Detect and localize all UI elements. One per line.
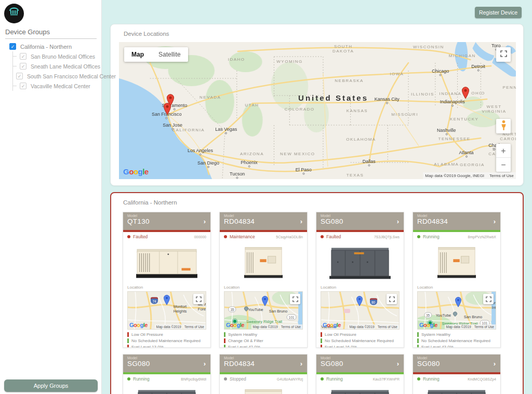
map-type-control: Map Satellite xyxy=(124,47,188,62)
device-card: ModelSG080›RunningBNRpc8qy6MdlLocation xyxy=(123,354,211,394)
minimap-fullscreen-button[interactable] xyxy=(193,294,204,304)
google-logo[interactable]: Google xyxy=(419,322,437,328)
google-logo[interactable]: Google xyxy=(129,322,148,328)
device-location-pin[interactable] xyxy=(164,103,171,117)
device-status-row: StoppedG4U8zAaNYRzj xyxy=(220,374,307,383)
minimap-fullscreen-button[interactable] xyxy=(290,294,300,304)
device-card-header[interactable]: ModelRD04834› xyxy=(220,355,307,372)
model-name: SG080 xyxy=(417,360,496,368)
status-color-bar xyxy=(417,338,419,343)
tree-children: ✓San Bruno Medical Offices✓Sneath Lane M… xyxy=(12,51,102,91)
route-shield: 35 xyxy=(228,306,236,312)
minimap-pin xyxy=(262,296,269,308)
device-minimap[interactable]: 35YouTubeSan BrunoSweeney Ridge Trail101… xyxy=(417,291,496,330)
status-text: Running xyxy=(423,234,440,239)
device-card: ModelSG080›Faulted7S3JBQTjLSwsLocation80… xyxy=(316,212,404,348)
model-name: SG080 xyxy=(321,360,400,368)
google-logo[interactable]: Google xyxy=(226,322,244,328)
status-color-bar xyxy=(127,332,129,337)
zoom-in-button[interactable]: + xyxy=(496,144,511,158)
street-view-pegman[interactable] xyxy=(496,119,511,133)
location-label: Location xyxy=(220,284,307,291)
app-logo xyxy=(4,4,24,23)
group-checkbox[interactable]: ✓ xyxy=(9,43,16,50)
terms-of-use-link[interactable]: Terms of Use xyxy=(489,173,514,178)
terms-of-use-link[interactable]: Terms of Use xyxy=(474,325,494,329)
chevron-right-icon: › xyxy=(204,360,206,368)
attribution-text: Map data ©2019 xyxy=(446,325,471,329)
google-map[interactable]: IDAHOWYOMINGSOUTH DAKOTAWISCONSINMICHIGA… xyxy=(119,42,516,179)
device-id: 8mpPVzNZRwbX xyxy=(468,235,496,239)
model-name: RD04834 xyxy=(224,360,303,368)
minimap-attribution: Map data ©2019Terms of Use xyxy=(445,324,496,329)
status-color-bar xyxy=(224,332,225,337)
device-locations-panel: Device Locations xyxy=(110,24,524,186)
panel-title: Device Locations xyxy=(124,31,169,37)
location-label: Location xyxy=(413,284,500,291)
status-text: Running xyxy=(423,376,440,382)
device-location-pin[interactable] xyxy=(461,87,469,101)
chevron-right-icon: › xyxy=(494,360,496,368)
device-status-row: RunningKau37fFXWnPR xyxy=(316,374,404,383)
device-status-list: System HealthyNo Scheduled Maintenance R… xyxy=(413,330,500,348)
minimap-label: YouTube xyxy=(248,307,263,311)
device-card-header[interactable]: ModelSG080› xyxy=(413,355,500,372)
generator-image xyxy=(123,240,210,284)
device-card: ModelSG080›RunningKau37fFXWnPRLocation xyxy=(316,354,404,394)
child-checkbox[interactable]: ✓ xyxy=(20,63,26,70)
device-card-header[interactable]: ModelSG080› xyxy=(316,212,404,230)
apply-groups-button[interactable]: Apply Groups xyxy=(4,379,98,392)
status-list-item: Low Oil Pressure xyxy=(321,332,400,337)
chevron-right-icon: › xyxy=(300,218,302,225)
device-card-header[interactable]: ModelSG080› xyxy=(123,355,210,372)
minimap-pin xyxy=(356,296,363,308)
location-label: Location xyxy=(316,284,404,291)
child-label: South San Francisco Medical Center xyxy=(27,73,116,79)
terms-of-use-link[interactable]: Terms of Use xyxy=(281,325,301,329)
fullscreen-button[interactable] xyxy=(496,47,511,62)
tree-child-row: ✓South San Francisco Medical Center xyxy=(13,71,102,81)
status-list-item: Low Oil Pressure xyxy=(127,332,206,337)
model-name: QT130 xyxy=(127,218,206,225)
status-dot-icon xyxy=(321,377,324,381)
terms-of-use-link[interactable]: Terms of Use xyxy=(378,325,397,329)
device-minimap[interactable]: 74Monfort HeightsMt. Air ForestGoogleMap… xyxy=(127,291,206,330)
status-dot-icon xyxy=(417,235,420,238)
minimap-fullscreen-button[interactable] xyxy=(483,294,494,304)
chevron-right-icon: › xyxy=(397,218,399,225)
device-minimap[interactable]: 35YouTubeSan BrunoSweeney Ridge Trail101… xyxy=(224,291,303,330)
status-list-item: No Scheduled Maintenance Required xyxy=(127,338,206,343)
minimap-attribution: Map data ©2019Terms of Use xyxy=(348,324,399,329)
device-card: ModelSG080›RunningKndMCQG8SZp4Location xyxy=(413,354,501,394)
map-type-satellite-button[interactable]: Satellite xyxy=(151,47,188,62)
child-checkbox[interactable]: ✓ xyxy=(16,73,23,79)
zoom-out-button[interactable]: − xyxy=(496,158,511,172)
child-checkbox[interactable]: ✓ xyxy=(20,83,26,89)
status-color-bar xyxy=(127,338,129,343)
device-card-header[interactable]: ModelRD04834› xyxy=(413,212,500,230)
model-label: Model xyxy=(127,214,206,218)
tree-child-row: ✓Vacaville Medical Center xyxy=(13,81,102,91)
minimap-pin xyxy=(164,295,170,307)
status-item-text: Low Oil Pressure xyxy=(325,332,356,337)
status-item-text: Low Oil Pressure xyxy=(131,332,163,337)
child-checkbox[interactable]: ✓ xyxy=(20,53,26,60)
minimap-fullscreen-button[interactable] xyxy=(387,294,397,304)
status-color-bar xyxy=(224,338,225,343)
device-card-header[interactable]: ModelQT130› xyxy=(123,212,210,230)
google-logo[interactable]: Google xyxy=(323,322,341,328)
status-item-text: No Scheduled Maintenance Required xyxy=(421,338,490,343)
register-device-button[interactable]: Register Device xyxy=(475,7,522,18)
hospital-area xyxy=(344,309,350,313)
map-type-map-button[interactable]: Map xyxy=(124,47,151,62)
zoom-control: + − xyxy=(496,144,511,172)
model-label: Model xyxy=(321,356,400,360)
device-card-header[interactable]: ModelSG080› xyxy=(316,355,404,372)
attribution-text: Map data ©2019 xyxy=(350,325,375,329)
device-minimap[interactable]: 80VacavilleGoogleMap data ©2019Terms of … xyxy=(321,291,400,330)
google-logo[interactable]: Google xyxy=(123,167,149,176)
device-card: ModelRD04834›Maintenance5CsqyHaGDLBnLoca… xyxy=(219,212,308,348)
device-card-header[interactable]: ModelRD04834› xyxy=(220,212,307,230)
model-name: RD04834 xyxy=(224,218,303,225)
terms-of-use-link[interactable]: Terms of Use xyxy=(184,325,204,329)
